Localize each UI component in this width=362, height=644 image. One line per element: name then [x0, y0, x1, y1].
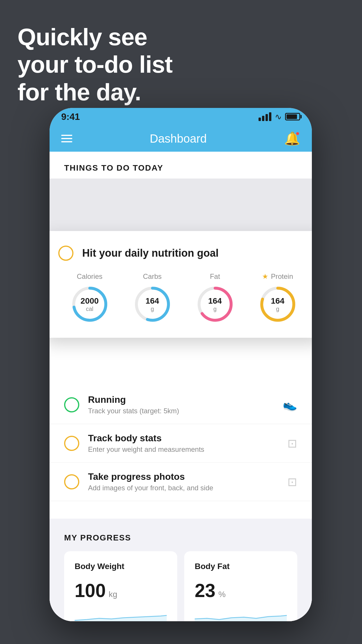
todo-item-running[interactable]: Running Track your stats (target: 5km) 👟 — [50, 386, 312, 424]
progress-section: MY PROGRESS Body Weight 100 kg — [50, 519, 312, 621]
body-fat-value: 23 % — [195, 580, 287, 601]
protein-item: ★ Protein 164 g — [259, 272, 297, 323]
notification-dot — [296, 132, 300, 136]
nutrition-grid: Calories 2000 cal — [58, 272, 309, 323]
nav-title: Dashboard — [150, 132, 207, 145]
spacer — [50, 501, 312, 519]
calories-ring: 2000 cal — [71, 285, 109, 323]
battery-icon — [285, 113, 300, 120]
fat-item: Fat 164 g — [196, 272, 234, 323]
photo-icon: ⊡ — [287, 475, 297, 489]
fat-ring: 164 g — [196, 285, 234, 323]
body-fat-label: Body Fat — [195, 562, 287, 571]
card-header: Hit your daily nutrition goal — [58, 246, 309, 261]
scale-icon: ⊡ — [287, 437, 297, 450]
todo-list: Running Track your stats (target: 5km) 👟… — [50, 386, 312, 519]
running-checkbox[interactable] — [64, 397, 79, 412]
body-fat-card[interactable]: Body Fat 23 % — [184, 551, 297, 621]
progress-cards: Body Weight 100 kg — [64, 551, 297, 621]
todo-item-photos[interactable]: Take progress photos Add images of your … — [50, 463, 312, 501]
todo-photos-sub: Add images of your front, back, and side — [88, 484, 279, 492]
body-weight-value: 100 kg — [75, 580, 167, 601]
notification-bell-icon[interactable]: 🔔 — [284, 131, 300, 146]
body-weight-label: Body Weight — [75, 562, 167, 571]
nav-bar: Dashboard 🔔 — [50, 125, 312, 152]
body-fat-chart — [195, 607, 287, 621]
nutrition-checkbox[interactable] — [58, 246, 73, 261]
body-weight-chart — [75, 607, 167, 621]
calories-label: Calories — [77, 272, 102, 281]
body-weight-card[interactable]: Body Weight 100 kg — [64, 551, 177, 621]
calories-item: Calories 2000 cal — [71, 272, 109, 323]
things-section-title: THINGS TO DO TODAY — [64, 163, 297, 173]
carbs-item: Carbs 164 g — [133, 272, 171, 323]
nutrition-card: Hit your daily nutrition goal Calories — [50, 231, 312, 338]
star-icon: ★ — [262, 272, 268, 281]
scroll-content: THINGS TO DO TODAY Hit your daily nutrit… — [50, 152, 312, 621]
status-bar: 9:41 ∿ — [50, 108, 312, 125]
todo-item-bodystats[interactable]: Track body stats Enter your weight and m… — [50, 424, 312, 463]
todo-bodystats-sub: Enter your weight and measurements — [88, 445, 279, 454]
phone-frame: 9:41 ∿ Dashboard 🔔 — [50, 108, 312, 621]
todo-running-sub: Track your stats (target: 5km) — [88, 407, 274, 415]
todo-running-name: Running — [88, 394, 274, 405]
todo-bodystats-name: Track body stats — [88, 433, 279, 444]
fat-label: Fat — [210, 272, 220, 281]
things-section-header: THINGS TO DO TODAY — [50, 152, 312, 178]
photos-checkbox[interactable] — [64, 474, 79, 489]
progress-section-title: MY PROGRESS — [64, 533, 297, 542]
bodystats-checkbox[interactable] — [64, 436, 79, 451]
protein-label: ★ Protein — [262, 272, 293, 281]
protein-ring: 164 g — [259, 285, 297, 323]
nutrition-card-title: Hit your daily nutrition goal — [82, 247, 219, 259]
signal-icon — [259, 112, 271, 121]
status-icons: ∿ — [259, 112, 300, 122]
running-shoe-icon: 👟 — [283, 398, 297, 412]
hamburger-menu[interactable] — [61, 135, 72, 142]
headline: Quickly see your to-do list for the day. — [17, 23, 173, 106]
carbs-label: Carbs — [143, 272, 161, 281]
todo-photos-name: Take progress photos — [88, 471, 279, 482]
status-time: 9:41 — [61, 111, 80, 122]
carbs-ring: 164 g — [133, 285, 171, 323]
wifi-icon: ∿ — [275, 112, 282, 122]
